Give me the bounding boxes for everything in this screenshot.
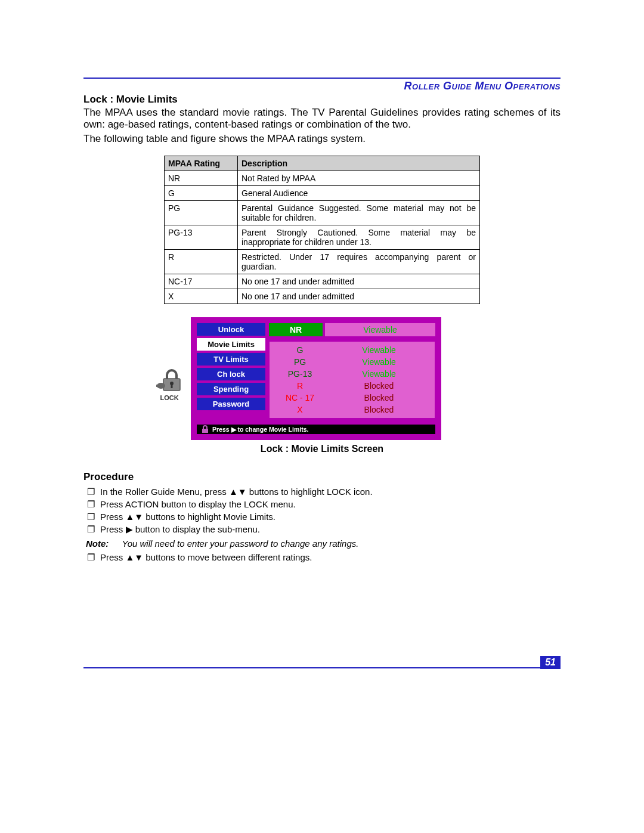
osd-footer-hint: Press ▶ to change Movie Limits. [197,425,435,434]
rating-cell: X [165,289,238,304]
rating-line[interactable]: PG-13Viewable [270,368,435,380]
rating-line[interactable]: NC - 17Blocked [270,392,435,404]
osd-menu: UnlockMovie LimitsTV LimitsCh lockSpendi… [197,323,265,419]
description-cell: Not Rated by MPAA [238,171,480,186]
breadcrumb: Roller Guide Menu Operations [83,80,561,92]
rating-status: Viewable [327,356,431,368]
table-header-rating: MPAA Rating [165,156,238,171]
description-cell: No one 17 and under admitted [238,274,480,289]
list-item: Press ▲▼ buttons to move between differe… [100,552,561,563]
list-item: Press ▲▼ buttons to highlight Movie Limi… [100,512,561,522]
description-cell: Restricted. Under 17 requires accompanyi… [238,250,480,274]
osd-menu-item[interactable]: Spending [197,383,265,395]
osd-menu-item[interactable]: Ch lock [197,368,265,380]
osd-caption: Lock : Movie Limits Screen [191,444,453,454]
table-header-desc: Description [238,156,480,171]
rating-line[interactable]: RBlocked [270,380,435,392]
osd-menu-item[interactable]: Movie Limits [197,338,265,351]
rating-cell: R [165,250,238,274]
table-row: PG-13Parent Strongly Cautioned. Some mat… [165,225,480,250]
table-row: PGParental Guidance Suggested. Some mate… [165,201,480,225]
procedure-title: Procedure [83,471,561,483]
rating-label: R [273,380,327,392]
note-label: Note: [86,538,109,549]
table-row: XNo one 17 and under admitted [165,289,480,304]
rating-cell: NC-17 [165,274,238,289]
rating-status: Viewable [327,344,431,356]
note-text: You will need to enter your password to … [122,538,359,549]
rating-cell: G [165,186,238,201]
osd-menu-item[interactable]: TV Limits [197,353,265,366]
procedure-list-2: Press ▲▼ buttons to move between differe… [83,552,561,563]
osd-menu-item[interactable]: Password [197,398,265,410]
nr-label[interactable]: NR [269,323,323,336]
rating-label: NC - 17 [273,392,327,404]
page-number: 51 [540,656,561,669]
rating-status: Blocked [327,380,431,392]
rating-label: PG [273,356,327,368]
osd-menu-item[interactable]: Unlock [197,323,265,336]
rating-cell: NR [165,171,238,186]
description-cell: General Audience [238,186,480,201]
rating-label: X [273,404,327,416]
list-item: Press ▶ button to display the sub-menu. [100,524,561,535]
description-cell: Parent Strongly Cautioned. Some material… [238,225,480,250]
note-row: Note: You will need to enter your passwo… [86,538,561,549]
table-row: NRNot Rated by MPAA [165,171,480,186]
description-cell: Parental Guidance Suggested. Some materi… [238,201,480,225]
ratings-box: GViewablePGViewablePG-13ViewableRBlocked… [269,341,435,419]
svg-rect-5 [171,384,173,388]
table-row: RRestricted. Under 17 requires accompany… [165,250,480,274]
rating-line[interactable]: GViewable [270,344,435,356]
lock-icon: LOCK [155,368,184,401]
mpaa-ratings-table: MPAA Rating Description NRNot Rated by M… [164,156,480,304]
table-row: NC-17No one 17 and under admitted [165,274,480,289]
list-item: In the Roller Guide Menu, press ▲▼ butto… [100,487,561,497]
procedure-list: In the Roller Guide Menu, press ▲▼ butto… [83,487,561,535]
rating-cell: PG-13 [165,225,238,250]
movie-limits-screen: UnlockMovie LimitsTV LimitsCh lockSpendi… [191,317,441,440]
rating-line[interactable]: XBlocked [270,404,435,416]
rating-line[interactable]: PGViewable [270,356,435,368]
svg-rect-3 [156,385,162,387]
lock-small-icon [200,425,210,435]
intro-paragraph-2: The following table and figure shows the… [83,133,561,145]
intro-paragraph-1: The MPAA uses the standard movie ratings… [83,107,561,131]
table-row: GGeneral Audience [165,186,480,201]
svg-rect-6 [202,429,208,433]
lock-icon-label: LOCK [160,394,178,401]
rating-cell: PG [165,201,238,225]
section-title: Lock : Movie Limits [83,94,561,106]
list-item: Press ACTION button to display the LOCK … [100,499,561,510]
description-cell: No one 17 and under admitted [238,289,480,304]
nr-status: Viewable [325,323,435,336]
rating-status: Blocked [327,404,431,416]
rating-status: Blocked [327,392,431,404]
rating-label: PG-13 [273,368,327,380]
rating-label: G [273,344,327,356]
rating-status: Viewable [327,368,431,380]
